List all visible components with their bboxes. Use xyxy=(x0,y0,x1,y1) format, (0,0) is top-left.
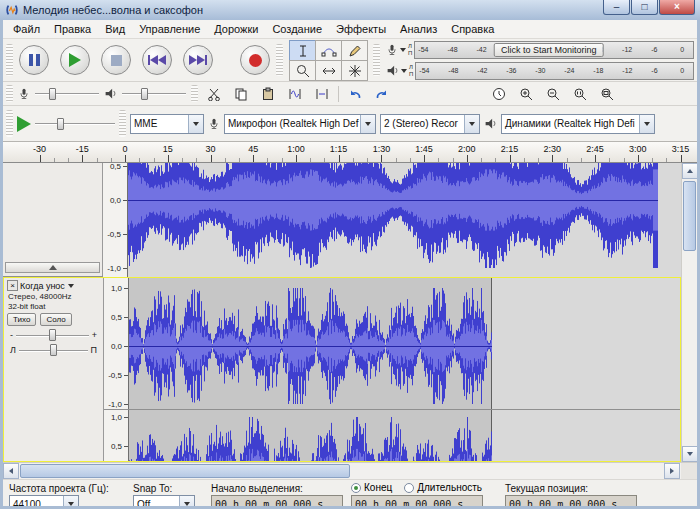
slider-thumb[interactable] xyxy=(141,88,148,100)
track2-control-panel[interactable]: × Когда унос Стерео, 48000Hz 32-bit floa… xyxy=(4,278,104,461)
redo-button[interactable] xyxy=(371,84,393,104)
selection-start-field[interactable]: 00 h 00 m 00.000 s xyxy=(211,495,343,506)
meter-menu-icon[interactable] xyxy=(401,69,407,73)
track1-waveform[interactable] xyxy=(128,163,681,277)
track2-ruler-bottom[interactable]: 1,00,5 xyxy=(104,410,129,461)
speaker-icon[interactable] xyxy=(386,64,399,77)
end-radio[interactable]: Конец xyxy=(351,482,392,493)
playback-meter-bar[interactable]: -54-48-42-36-30-24-18-12-60 xyxy=(415,62,694,80)
playback-device-select[interactable]: Динамики (Realtek High Defi xyxy=(501,114,655,134)
microphone-icon[interactable] xyxy=(386,43,398,57)
draw-tool-button[interactable] xyxy=(341,40,368,61)
track2-left-waveform[interactable] xyxy=(129,278,680,409)
envelope-tool-button[interactable] xyxy=(315,40,342,61)
menu-item[interactable]: Эффекты xyxy=(329,21,393,37)
recording-device-select[interactable]: Микрофон (Realtek High Def xyxy=(224,114,376,134)
copy-button[interactable] xyxy=(230,84,252,104)
track-menu-icon[interactable] xyxy=(68,284,74,288)
pause-button[interactable] xyxy=(19,45,49,75)
audio-host-select[interactable]: MME xyxy=(130,114,204,134)
track2-ruler-top[interactable]: 1,00,50,0-0,5-1,0 xyxy=(104,278,129,409)
pan-slider[interactable] xyxy=(19,344,88,356)
track2-right-channel[interactable] xyxy=(129,410,680,461)
menu-item[interactable]: Правка xyxy=(47,21,98,37)
menu-item[interactable]: Создание xyxy=(265,21,329,37)
scroll-right-button[interactable] xyxy=(664,463,680,479)
project-rate-select[interactable]: 44100 xyxy=(9,495,79,506)
combo-arrow-button[interactable] xyxy=(188,115,203,133)
toolbar-grabber[interactable] xyxy=(119,110,126,137)
mute-button[interactable]: Тихо xyxy=(7,313,36,326)
slider-thumb[interactable] xyxy=(49,88,56,100)
menu-item[interactable]: Файл xyxy=(6,21,47,37)
selection-tool-button[interactable] xyxy=(289,40,316,61)
playback-volume-slider[interactable] xyxy=(122,87,186,101)
timeline-ruler[interactable]: -30-1501530451:001:151:301:452:002:152:3… xyxy=(3,142,697,163)
scroll-up-button[interactable] xyxy=(682,163,697,179)
recording-volume-slider[interactable] xyxy=(35,87,99,101)
scroll-left-button[interactable] xyxy=(3,463,19,479)
audio-position-field[interactable]: 00 h 00 m 00.000 s xyxy=(505,495,637,506)
slider-thumb[interactable] xyxy=(50,344,57,356)
recording-channels-select[interactable]: 2 (Stereo) Recor xyxy=(380,114,480,134)
zoom-in-button[interactable] xyxy=(515,84,537,104)
selection-end-field[interactable]: 00 h 00 m 00.000 s xyxy=(351,495,483,506)
track-close-button[interactable]: × xyxy=(7,280,18,291)
combo-arrow-button[interactable] xyxy=(464,115,479,133)
maximize-button[interactable]: □ xyxy=(631,0,658,15)
cut-button[interactable] xyxy=(203,84,225,104)
combo-arrow-button[interactable] xyxy=(639,115,654,133)
fit-selection-button[interactable] xyxy=(569,84,591,104)
fit-project-button[interactable] xyxy=(596,84,618,104)
play-button[interactable] xyxy=(60,45,90,75)
toolbar-grabber[interactable] xyxy=(6,44,13,77)
skip-to-start-button[interactable] xyxy=(142,45,172,75)
slider-thumb[interactable] xyxy=(49,329,56,341)
trim-audio-button[interactable] xyxy=(284,84,306,104)
menu-item[interactable]: Управление xyxy=(132,21,207,37)
start-monitoring-button[interactable]: Click to Start Monitoring xyxy=(494,43,604,57)
solo-button[interactable]: Соло xyxy=(40,313,71,326)
track1-control-panel[interactable] xyxy=(3,163,103,276)
track2-left-channel[interactable] xyxy=(129,278,680,409)
paste-button[interactable] xyxy=(257,84,279,104)
vertical-scroll-thumb[interactable] xyxy=(683,181,696,251)
undo-button[interactable] xyxy=(344,84,366,104)
playback-speed-slider[interactable] xyxy=(35,117,115,131)
track1-ruler[interactable]: 0,50,0-0,5-1,0 xyxy=(103,163,128,277)
horizontal-scroll-thumb[interactable] xyxy=(20,464,350,478)
menu-item[interactable]: Дорожки xyxy=(207,21,265,37)
horizontal-scrollbar[interactable] xyxy=(3,462,697,479)
menu-item[interactable]: Вид xyxy=(98,21,132,37)
toolbar-grabber[interactable] xyxy=(276,44,283,77)
toolbar-grabber[interactable] xyxy=(373,44,380,77)
silence-audio-button[interactable] xyxy=(311,84,333,104)
menu-item[interactable]: Анализ xyxy=(393,21,444,37)
toolbar-grabber[interactable] xyxy=(191,85,198,103)
skip-to-end-button[interactable] xyxy=(183,45,213,75)
minimize-button[interactable]: – xyxy=(603,0,630,15)
zoom-tool-button[interactable] xyxy=(289,60,316,81)
vertical-scrollbar[interactable] xyxy=(681,163,697,462)
stop-button[interactable] xyxy=(101,45,131,75)
track-name[interactable]: Когда унос xyxy=(20,281,65,291)
recording-meter-bar[interactable]: Click to Start Monitoring -54-48-42-36-3… xyxy=(414,41,694,59)
gain-slider[interactable] xyxy=(16,329,89,341)
menu-item[interactable]: Справка xyxy=(444,21,501,37)
play-at-speed-button[interactable] xyxy=(17,116,31,132)
track-collapse-button[interactable] xyxy=(5,262,100,273)
close-button[interactable]: × xyxy=(659,0,695,15)
multi-tool-button[interactable] xyxy=(341,60,368,81)
timeshift-tool-button[interactable] xyxy=(315,60,342,81)
toolbar-grabber[interactable] xyxy=(6,85,13,103)
snap-to-select[interactable]: Off xyxy=(133,495,195,506)
sync-lock-button[interactable] xyxy=(488,84,510,104)
zoom-out-button[interactable] xyxy=(542,84,564,104)
track1-waveform-area[interactable] xyxy=(128,163,681,277)
length-radio[interactable]: Длительность xyxy=(404,482,482,493)
combo-arrow-button[interactable] xyxy=(360,115,375,133)
meter-menu-icon[interactable] xyxy=(400,48,406,52)
combo-arrow-button[interactable] xyxy=(179,496,194,506)
track2-right-waveform[interactable] xyxy=(129,410,680,461)
slider-thumb[interactable] xyxy=(57,118,64,130)
